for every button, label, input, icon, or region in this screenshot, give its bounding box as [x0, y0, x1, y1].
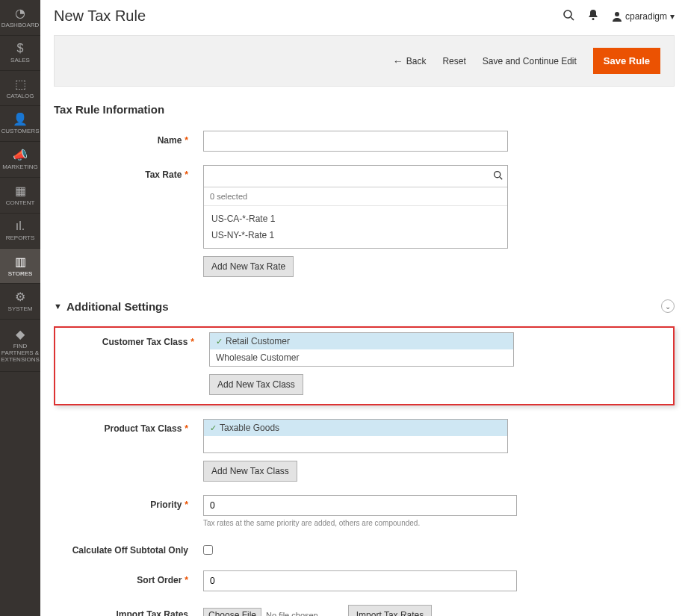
calc-off-checkbox[interactable]	[203, 545, 213, 555]
add-customer-tax-class-button[interactable]: Add New Tax Class	[209, 374, 303, 395]
product-tax-class-list[interactable]: ✓Taxable Goods	[203, 419, 508, 453]
check-icon: ✓	[216, 337, 223, 346]
sidebar-item-catalog[interactable]: ⬚ CATALOG	[0, 71, 40, 107]
page-title: New Tax Rule	[54, 7, 146, 25]
choose-file-button[interactable]: Choose File	[203, 608, 261, 616]
sidebar-item-label: DASHBOARD	[1, 22, 40, 29]
label-customer-tax-class: Customer Tax Class*	[60, 332, 209, 347]
sidebar-item-label: CATALOG	[6, 93, 34, 100]
svg-point-4	[495, 172, 500, 178]
catalog-icon: ⬚	[15, 77, 26, 91]
customer-tax-class-list[interactable]: ✓Retail Customer Wholesale Customer	[209, 332, 514, 367]
tax-rate-search	[204, 166, 507, 187]
field-row-tax-rate: Tax Rate* 0 selected US-CA-*-Rate 1 US-N…	[54, 165, 675, 277]
additional-settings-title: Additional Settings	[66, 300, 169, 313]
customer-tax-class-option[interactable]: Wholesale Customer	[210, 349, 513, 366]
no-file-text: No file chosen	[266, 611, 318, 616]
sidebar-item-system[interactable]: ⚙ SYSTEM	[0, 284, 40, 320]
add-tax-rate-button[interactable]: Add New Tax Rate	[203, 256, 294, 277]
priority-note: Tax rates at the same priority are added…	[203, 519, 517, 527]
sidebar-item-label: SALES	[10, 57, 30, 64]
caret-down-icon: ▼	[54, 302, 62, 311]
save-continue-button[interactable]: Save and Continue Edit	[483, 56, 577, 66]
sidebar-item-content[interactable]: ▦ CONTENT	[0, 178, 40, 214]
label-calc-off: Calculate Off Subtotal Only	[54, 541, 203, 556]
tax-rate-multiselect[interactable]: 0 selected US-CA-*-Rate 1 US-NY-*-Rate 1	[203, 165, 508, 249]
tax-rate-option[interactable]: US-CA-*-Rate 1	[210, 211, 501, 227]
svg-point-0	[564, 10, 571, 18]
sidebar-item-dashboard[interactable]: ◔ DASHBOARD	[0, 0, 40, 36]
sidebar-item-label: SYSTEM	[8, 306, 33, 313]
svg-point-3	[615, 12, 619, 16]
field-row-priority: Priority* Tax rates at the same priority…	[54, 495, 675, 527]
add-product-tax-class-button[interactable]: Add New Tax Class	[203, 461, 297, 482]
system-icon: ⚙	[15, 290, 25, 304]
label-priority: Priority*	[54, 495, 203, 510]
partners-icon: ◆	[16, 327, 25, 341]
reports-icon: ıl.	[16, 220, 25, 233]
sidebar-item-partners[interactable]: ◆ FIND PARTNERS & EXTENSIONS	[0, 320, 40, 371]
search-icon[interactable]	[493, 170, 503, 182]
import-tax-rates-button[interactable]: Import Tax Rates	[348, 605, 432, 616]
sort-order-input[interactable]	[203, 570, 517, 591]
user-icon	[612, 11, 622, 22]
back-label: Back	[406, 56, 427, 66]
collapse-icon[interactable]: ⌄	[661, 299, 675, 313]
label-sort-order: Sort Order*	[54, 570, 203, 585]
sidebar-item-label: CUSTOMERS	[1, 128, 40, 135]
reset-button[interactable]: Reset	[442, 56, 465, 66]
user-menu[interactable]: cparadigm ▾	[612, 11, 675, 22]
stores-icon: ▥	[15, 255, 26, 269]
arrow-left-icon: ←	[393, 55, 403, 67]
product-tax-class-option[interactable]: ✓Taxable Goods	[204, 420, 507, 436]
sales-icon: $	[17, 42, 24, 55]
customers-icon: 👤	[13, 112, 28, 126]
back-button[interactable]: ← Back	[393, 55, 427, 67]
sidebar-item-label: CONTENT	[6, 200, 35, 207]
label-product-tax-class: Product Tax Class*	[54, 419, 203, 434]
name-input[interactable]	[203, 131, 508, 152]
label-tax-rate: Tax Rate*	[54, 165, 203, 180]
field-row-sort-order: Sort Order*	[54, 570, 675, 591]
main-content: New Tax Rule cparadigm ▾ ← Back Reset Sa…	[40, 0, 688, 616]
page-header: New Tax Rule cparadigm ▾	[54, 0, 675, 35]
sidebar-item-stores[interactable]: ▥ STORES	[0, 249, 40, 284]
additional-settings-header: ▼ Additional Settings ⌄	[54, 299, 675, 313]
check-icon: ✓	[210, 423, 217, 432]
field-row-product-tax-class: Product Tax Class* ✓Taxable Goods Add Ne…	[54, 419, 675, 482]
field-row-customer-tax-class: Customer Tax Class* ✓Retail Customer Who…	[60, 332, 669, 395]
tax-rate-option[interactable]: US-NY-*-Rate 1	[210, 227, 501, 243]
customer-tax-class-option[interactable]: ✓Retail Customer	[210, 333, 513, 349]
customer-tax-class-highlight: Customer Tax Class* ✓Retail Customer Who…	[54, 326, 675, 405]
svg-point-2	[592, 18, 594, 20]
notifications-icon[interactable]	[588, 9, 598, 24]
content-icon: ▦	[15, 184, 26, 198]
action-bar: ← Back Reset Save and Continue Edit Save…	[54, 35, 675, 87]
admin-sidebar: ◔ DASHBOARD $ SALES ⬚ CATALOG 👤 CUSTOMER…	[0, 0, 40, 616]
section-title-info: Tax Rule Information	[54, 103, 675, 116]
svg-line-5	[500, 177, 502, 179]
search-icon[interactable]	[563, 9, 574, 24]
marketing-icon: 📣	[13, 148, 28, 162]
header-tools: cparadigm ▾	[563, 9, 675, 24]
additional-settings-toggle[interactable]: ▼ Additional Settings	[54, 300, 169, 313]
dashboard-icon: ◔	[15, 6, 25, 20]
label-name: Name*	[54, 131, 203, 146]
tax-rate-search-input[interactable]	[208, 169, 493, 184]
sidebar-item-marketing[interactable]: 📣 MARKETING	[0, 142, 40, 178]
label-import: Import Tax Rates	[54, 605, 203, 616]
field-row-name: Name*	[54, 131, 675, 152]
field-row-calc-off: Calculate Off Subtotal Only	[54, 541, 675, 557]
field-row-import: Import Tax Rates Choose File No file cho…	[54, 605, 675, 616]
save-rule-button[interactable]: Save Rule	[593, 48, 660, 74]
sidebar-item-label: MARKETING	[2, 164, 38, 171]
sidebar-item-sales[interactable]: $ SALES	[0, 36, 40, 71]
sidebar-item-customers[interactable]: 👤 CUSTOMERS	[0, 106, 40, 142]
sidebar-item-reports[interactable]: ıl. REPORTS	[0, 214, 40, 249]
user-name: cparadigm	[625, 11, 667, 22]
tax-rate-selected-count: 0 selected	[204, 187, 507, 206]
sidebar-item-label: FIND PARTNERS & EXTENSIONS	[1, 343, 40, 363]
priority-input[interactable]	[203, 495, 517, 516]
sidebar-item-label: REPORTS	[6, 235, 35, 242]
sidebar-item-label: STORES	[8, 271, 33, 278]
